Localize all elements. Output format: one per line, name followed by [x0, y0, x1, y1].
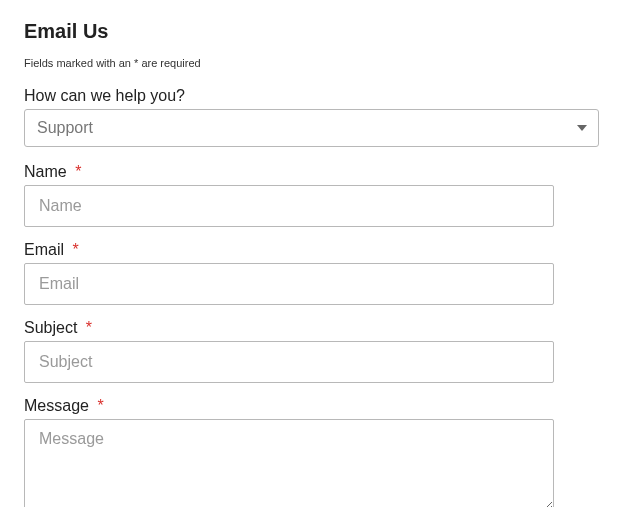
- message-label-text: Message: [24, 397, 89, 414]
- name-input[interactable]: [24, 185, 554, 227]
- help-label: How can we help you?: [24, 87, 599, 105]
- subject-input[interactable]: [24, 341, 554, 383]
- message-textarea[interactable]: [24, 419, 554, 507]
- required-fields-note: Fields marked with an * are required: [24, 57, 599, 69]
- required-star: *: [86, 319, 92, 336]
- required-star: *: [75, 163, 81, 180]
- required-star: *: [72, 241, 78, 258]
- required-star: *: [97, 397, 103, 414]
- subject-label: Subject *: [24, 319, 599, 337]
- help-selected-value: Support: [37, 119, 93, 137]
- page-title: Email Us: [24, 20, 599, 43]
- subject-label-text: Subject: [24, 319, 77, 336]
- message-label: Message *: [24, 397, 599, 415]
- help-select[interactable]: Support: [24, 109, 599, 147]
- name-label-text: Name: [24, 163, 67, 180]
- name-label: Name *: [24, 163, 599, 181]
- email-input[interactable]: [24, 263, 554, 305]
- email-label: Email *: [24, 241, 599, 259]
- email-label-text: Email: [24, 241, 64, 258]
